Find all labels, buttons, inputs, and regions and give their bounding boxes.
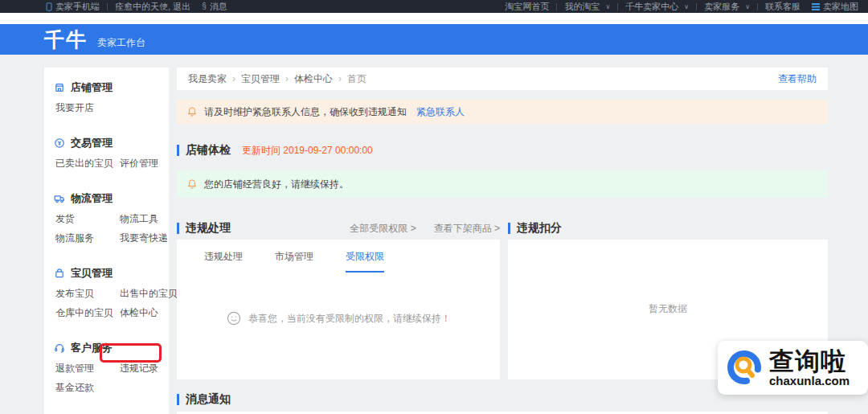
points-title: 违规扣分 — [517, 221, 562, 236]
breadcrumb-health-center[interactable]: 体检中心 — [294, 72, 333, 86]
divider — [757, 3, 758, 10]
shop-status-text: 您的店铺经营良好，请继续保持。 — [204, 178, 349, 191]
chevron-down-icon — [743, 0, 750, 14]
violation-links: 全部受限权限 > 查看下架商品 > — [350, 222, 500, 236]
topbar-right: 淘宝网首页 我的淘宝 千牛卖家中心 卖家服务 联系客服 卖家地图 — [505, 0, 858, 14]
shop-health-header: 店铺体检 更新时间 2019-09-27 00:00:00 — [177, 143, 828, 158]
messages-link[interactable]: § 消息 — [202, 0, 227, 13]
sidebar-item-publish-item[interactable]: 发布宝贝 — [55, 289, 115, 298]
sidebar-item-sold-items[interactable]: 已卖出的宝贝 — [55, 158, 115, 168]
nav-qianniu-seller-center[interactable]: 千牛卖家中心 — [625, 0, 689, 14]
sidebar-section-logistics: 物流管理 发货 物流工具 物流服务 我要寄快递 — [54, 191, 161, 243]
chevron-down-icon — [682, 0, 689, 14]
breadcrumb: 我是卖家 宝贝管理 体检中心 首页 — [188, 72, 366, 86]
section-title-shop: 店铺管理 — [54, 80, 161, 95]
view-delisted-items-link[interactable]: 查看下架商品 > — [434, 222, 500, 236]
nav-my-taobao[interactable]: 我的淘宝 — [564, 0, 610, 14]
view-help-link[interactable]: 查看帮助 — [778, 72, 817, 86]
divider — [107, 3, 108, 10]
emergency-contact-link[interactable]: 紧急联系人 — [416, 105, 465, 119]
watermark-domain: chaxunla.com — [769, 375, 850, 387]
breadcrumb-separator — [227, 73, 241, 84]
sidebar: 店铺管理 我要开店 交易管理 已卖出的宝贝 评价管理 物流管理 发货 物流工具 … — [44, 68, 169, 414]
section-title-items: 宝贝管理 — [54, 266, 161, 281]
chaxunla-watermark: 查询啦 chaxunla.com — [718, 341, 868, 395]
sidebar-item-ship[interactable]: 发货 — [55, 214, 115, 223]
violation-empty-state: 恭喜您，当前没有受限制的权限，请继续保持！ — [177, 310, 500, 326]
watermark-name: 查询啦 — [769, 349, 846, 374]
breadcrumb-seller[interactable]: 我是卖家 — [188, 72, 227, 86]
all-restricted-permissions-link[interactable]: 全部受限权限 > — [350, 222, 416, 236]
sidebar-section-customer-service: 客户服务 退款管理 违规记录 基金还款 — [54, 341, 161, 392]
sitemap-icon — [812, 3, 820, 10]
sidebar-item-warehouse-items[interactable]: 仓库中的宝贝 — [55, 308, 115, 318]
sidebar-item-send-express[interactable]: 我要寄快递 — [120, 233, 168, 243]
divider — [556, 3, 557, 10]
shop-status-notice: 您的店铺经营良好，请继续保持。 — [177, 170, 828, 198]
sidebar-item-refund-management[interactable]: 退款管理 — [55, 363, 115, 373]
section-title-customer-service: 客户服务 — [54, 341, 161, 355]
tab-restricted-permissions[interactable]: 受限权限 — [346, 250, 384, 273]
section-accent-bar — [177, 145, 179, 156]
section-accent-bar — [508, 223, 510, 234]
emergency-contact-alert: 请及时维护紧急联系人信息，确保收到违规通知 紧急联系人 — [177, 100, 828, 124]
points-empty-text: 暂无数据 — [508, 302, 828, 316]
breadcrumb-home: 首页 — [347, 72, 366, 86]
violation-panel-header: 违规处理 全部受限权限 > 查看下架商品 > — [177, 222, 500, 235]
sidebar-section-items: 宝贝管理 发布宝贝 出售中的宝贝 仓库中的宝贝 体检中心 — [54, 266, 161, 318]
violation-panel: 违规处理 全部受限权限 > 查看下架商品 > 违规处理 市场管理 受限权限 — [177, 222, 500, 379]
section-accent-bar — [177, 223, 179, 234]
sidebar-section-shop: 店铺管理 我要开店 — [54, 80, 161, 113]
qianniu-logo: 千牛 — [44, 27, 88, 53]
shop-health-title: 店铺体检 — [186, 143, 231, 158]
watermark-text: 查询啦 chaxunla.com — [769, 349, 850, 387]
sidebar-item-fund-repayment[interactable]: 基金还款 — [55, 383, 115, 392]
headset-icon — [54, 342, 65, 354]
message-icon: § — [202, 0, 207, 13]
breadcrumb-item-management[interactable]: 宝贝管理 — [241, 72, 280, 86]
workbench-subtitle: 卖家工作台 — [97, 36, 145, 50]
smiley-icon — [226, 310, 242, 326]
sidebar-item-health-center[interactable]: 体检中心 — [120, 308, 178, 318]
section-accent-bar — [177, 394, 179, 405]
nav-seller-services[interactable]: 卖家服务 — [704, 0, 750, 14]
app-header: 千牛 卖家工作台 — [0, 24, 868, 55]
sidebar-item-violation-records[interactable]: 违规记录 — [120, 363, 161, 373]
violation-tabs: 违规处理 市场管理 受限权限 — [177, 240, 500, 273]
truck-icon — [54, 193, 65, 204]
sidebar-item-open-shop[interactable]: 我要开店 — [55, 103, 115, 113]
sidebar-item-logistics-tools[interactable]: 物流工具 — [120, 214, 168, 223]
chaxunla-logo-icon — [724, 347, 766, 389]
divider — [696, 3, 697, 10]
tab-violation-handling[interactable]: 违规处理 — [204, 250, 243, 273]
violation-title: 违规处理 — [186, 221, 231, 236]
breadcrumb-separator — [280, 73, 294, 84]
breadcrumb-separator — [333, 73, 347, 84]
points-panel-header: 违规扣分 — [508, 222, 828, 235]
sidebar-item-review-management[interactable]: 评价管理 — [120, 158, 161, 168]
topbar-gap — [0, 13, 868, 24]
topbar-left: 卖家手机端 痊愈中的天使, 退出 § 消息 — [46, 0, 227, 13]
seller-mobile-link[interactable]: 卖家手机端 — [46, 0, 100, 13]
user-logout-link[interactable]: 痊愈中的天使, 退出 — [115, 0, 190, 13]
topbar: 卖家手机端 痊愈中的天使, 退出 § 消息 淘宝网首页 我的淘宝 千牛卖家中心 … — [0, 0, 868, 13]
coin-icon — [54, 137, 65, 149]
violation-empty-text: 恭喜您，当前没有受限制的权限，请继续保持！ — [248, 312, 451, 326]
section-title-logistics: 物流管理 — [54, 191, 161, 206]
update-time: 更新时间 2019-09-27 00:00:00 — [242, 144, 373, 158]
nav-contact-support[interactable]: 联系客服 — [765, 0, 800, 13]
phone-icon — [46, 2, 52, 11]
shop-icon — [54, 82, 65, 93]
nav-seller-map[interactable]: 卖家地图 — [812, 0, 858, 13]
tab-market-management[interactable]: 市场管理 — [275, 250, 313, 273]
bell-icon — [186, 106, 198, 117]
section-title-trade: 交易管理 — [54, 136, 161, 150]
nav-taobao-home[interactable]: 淘宝网首页 — [505, 0, 549, 13]
bell-icon — [186, 178, 198, 190]
bag-icon — [54, 268, 65, 279]
sidebar-item-on-sale-items[interactable]: 出售中的宝贝 — [120, 289, 178, 298]
divider — [617, 3, 618, 10]
sidebar-section-trade: 交易管理 已卖出的宝贝 评价管理 — [54, 136, 161, 168]
breadcrumb-bar: 我是卖家 宝贝管理 体检中心 首页 查看帮助 — [177, 68, 828, 90]
sidebar-item-logistics-service[interactable]: 物流服务 — [55, 233, 115, 243]
